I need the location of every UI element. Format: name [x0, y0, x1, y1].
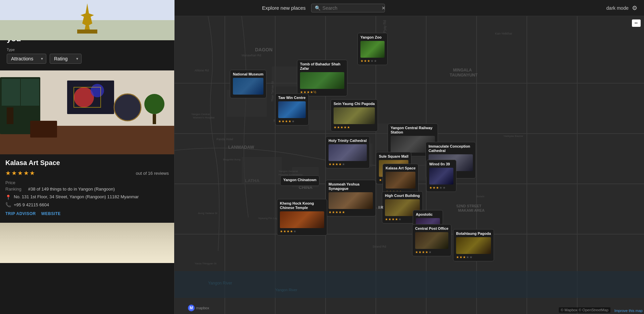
marker-botahtaung-stars: ★★★ ★★ — [456, 255, 491, 259]
marker-botahtaung-thumb — [456, 237, 491, 254]
marker-kheng-hock-thumb — [280, 211, 324, 228]
marker-sein-yaung-title: Sein Yaung Chi Pagoda — [334, 102, 375, 106]
svg-text:Than Taman St: Than Taman St — [271, 81, 274, 102]
card-image — [0, 70, 174, 154]
map-attribution: © Mapbox © OpenStreetMap — [559, 307, 610, 313]
map-area[interactable]: Yangon River Yangon River DAGON LANMADAW… — [175, 16, 644, 314]
sidebar: Restaurants, Hotels & Attractions around… — [0, 16, 175, 314]
marker-kheng-hock-stars: ★★★★ ★ — [280, 229, 324, 233]
marker-ir: I R — [379, 204, 383, 210]
svg-text:Ahlone Rd: Ahlone Rd — [195, 69, 209, 72]
marker-holy-trinity-title: Holy Trinity Cathedral — [329, 139, 367, 143]
star-4: ★ — [23, 169, 29, 177]
marker-railway-title: Yangon Central Railway Station — [391, 126, 435, 135]
marker-chinatown-title: Yangon Chinatown — [283, 178, 316, 182]
marker-high-court-title: High Court Building — [385, 194, 420, 198]
svg-point-11 — [144, 94, 164, 114]
marker-sein-yaung[interactable]: Sein Yaung Chi Pagoda ★★★★ ★ — [331, 99, 378, 132]
next-card-bg-image — [0, 223, 174, 263]
settings-icon[interactable]: ⚙ — [632, 4, 637, 12]
svg-rect-50 — [242, 157, 282, 184]
marker-holy-trinity[interactable]: Holy Trinity Cathedral ★★★★ ★ — [326, 136, 370, 168]
svg-text:TAUNGNYUNT: TAUNGNYUNT — [450, 73, 478, 77]
rating-filter[interactable]: Rating 5 Stars 4+ Stars 3+ Stars — [50, 54, 82, 64]
address-row: 📍 No. 131 1st Floor, 34 Street, Yangon (… — [5, 194, 169, 200]
svg-text:Pyay Rd: Pyay Rd — [383, 20, 387, 33]
svg-point-7 — [91, 84, 104, 97]
next-card-preview[interactable] — [0, 223, 174, 263]
marker-sein-yaung-thumb — [334, 107, 375, 124]
marker-yangon-zoo[interactable]: Yangon Zoo ★★★ ★★ — [357, 33, 388, 65]
marker-central-post-title: Central Post Office — [415, 226, 448, 231]
type-filter-wrapper[interactable]: Attractions Restaurants Hotels — [7, 54, 46, 64]
price-row: Price — [5, 180, 169, 185]
marker-botahtaung[interactable]: Botahtaung Pagoda ★★★ ★★ — [453, 229, 494, 261]
marker-taw-win-title: Taw Win Centre — [278, 96, 306, 100]
dark-mode-label[interactable]: dark mode — [606, 5, 629, 11]
svg-rect-4 — [21, 79, 39, 106]
svg-rect-17 — [77, 30, 97, 34]
type-filter[interactable]: Attractions Restaurants Hotels — [7, 54, 46, 64]
svg-text:Yangon River: Yangon River — [208, 281, 232, 285]
clear-search-icon[interactable]: ✕ — [382, 5, 386, 11]
location-icon: 📍 — [5, 195, 11, 200]
marker-kalasa-title: Kalasa Art Space — [386, 166, 415, 170]
website-link[interactable]: WEBSITE — [41, 211, 61, 216]
svg-rect-9 — [30, 121, 57, 138]
mapbox-logo: M mapbox — [188, 305, 209, 311]
marker-central-post[interactable]: Central Post Office ★★★★ ★ — [412, 224, 451, 256]
marker-chinatown[interactable]: Yangon Chinatown — [280, 175, 319, 186]
search-input[interactable] — [323, 5, 380, 11]
marker-tomb-title: Tomb of Bahadur Shah Zafar — [300, 62, 344, 71]
card-name: Kalasa Art Space — [5, 159, 169, 167]
marker-wired-stars: ★★★ ★★ — [429, 186, 453, 190]
marker-tomb[interactable]: Tomb of Bahadur Shah Zafar ★★★★ ½ — [297, 60, 347, 96]
marker-musmeah-stars: ★★★★ ★ — [329, 210, 373, 214]
card-info: Kalasa Art Space ★ ★ ★ ★ ★ out of 16 rev… — [0, 154, 174, 223]
svg-text:Panda Hotel: Panda Hotel — [216, 138, 233, 141]
marker-national-museum[interactable]: National Museum — [230, 70, 266, 98]
marker-taw-win[interactable]: Taw Win Centre ★★★★ ★ — [275, 93, 309, 125]
svg-rect-12 — [153, 114, 156, 124]
ranking-value: #38 of 149 things to do in Yangon (Rango… — [28, 187, 115, 192]
ranking-label: Ranking — [5, 187, 21, 192]
rating-filter-wrapper[interactable]: Rating 5 Stars 4+ Stars 3+ Stars — [50, 54, 82, 64]
attraction-card: Kalasa Art Space ★ ★ ★ ★ ★ out of 16 rev… — [0, 70, 174, 223]
svg-text:Bogyoke Aung: Bogyoke Aung — [223, 158, 241, 161]
edit-map-button[interactable]: ✏ — [632, 19, 641, 27]
svg-text:DAGON: DAGON — [255, 47, 273, 52]
svg-point-13 — [114, 94, 141, 121]
svg-text:52ND STREET: 52ND STREET — [456, 204, 482, 208]
map-canvas[interactable]: Yangon River Yangon River DAGON LANMADAW… — [175, 16, 644, 314]
svg-text:MAKAMI AREA: MAKAMI AREA — [458, 208, 485, 212]
marker-sule-title: Sule Square Mall — [379, 154, 408, 159]
marker-yangon-zoo-title: Yangon Zoo — [360, 35, 385, 40]
marker-national-museum-thumb — [233, 78, 263, 95]
marker-musmeah[interactable]: Musmeah Yeshua Synagogue ★★★★ ★ — [326, 180, 376, 216]
marker-musmeah-title: Musmeah Yeshua Synagogue — [329, 182, 373, 191]
marker-central-post-thumb — [415, 232, 448, 249]
filter-row: Attractions Restaurants Hotels Rating 5 … — [7, 54, 167, 64]
marker-wired-thumb — [429, 168, 453, 185]
svg-text:Women's Hospital: Women's Hospital — [193, 116, 214, 119]
marker-national-museum-title: National Museum — [233, 72, 263, 76]
marker-kheng-hock[interactable]: Kheng Hock Keong Chinese Temple ★★★★ ★ — [277, 199, 327, 235]
svg-text:MINGALA: MINGALA — [453, 68, 472, 72]
search-box[interactable]: 🔍 ✕ — [311, 4, 385, 12]
header-center: Explore new places 🔍 ✕ — [262, 4, 385, 12]
trip-advisor-link[interactable]: TRIP ADVISOR — [5, 211, 36, 216]
marker-tomb-thumb — [300, 72, 344, 89]
star-3: ★ — [17, 169, 23, 177]
marker-yangon-zoo-stars: ★★★ ★★ — [360, 59, 385, 63]
card-stars: ★ ★ ★ ★ ★ — [5, 169, 35, 177]
review-count: out of 16 reviews — [136, 171, 169, 176]
svg-text:Yangon General: Yangon General — [279, 170, 298, 173]
price-label: Price — [5, 180, 15, 185]
svg-rect-3 — [2, 79, 20, 106]
svg-text:Yarza Thingyan St: Yarza Thingyan St — [195, 262, 217, 265]
marker-wired[interactable]: Wired 0n 39 ★★★ ★★ — [426, 160, 456, 192]
marker-central-post-stars: ★★★★ ★ — [415, 250, 448, 254]
improve-map-link[interactable]: Improve this map — [614, 309, 643, 313]
mapbox-logo-icon: M — [188, 305, 195, 311]
marker-holy-trinity-thumb — [329, 144, 367, 161]
